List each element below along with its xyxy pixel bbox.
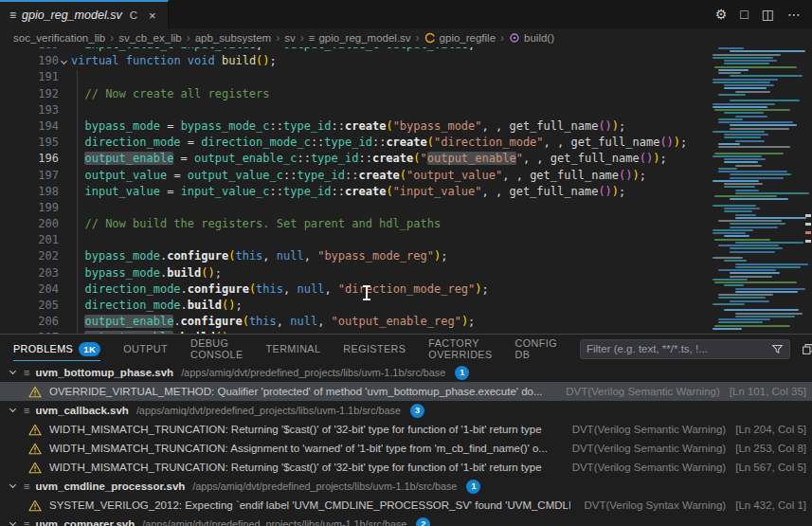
tab-close-icon[interactable]: × bbox=[147, 9, 158, 23]
problem-row[interactable]: OVERRIDE_VIRTUAL_METHOD: Qualifier 'prot… bbox=[0, 382, 812, 401]
minimap-line bbox=[735, 116, 767, 118]
problem-row[interactable]: SYSTEM_VERILOG_2012: Expecting `endif la… bbox=[0, 496, 812, 515]
filter-input[interactable] bbox=[586, 343, 771, 354]
minimap-line bbox=[724, 284, 744, 286]
code-line[interactable]: 204 direction_mode.configure(this, null,… bbox=[0, 281, 709, 298]
line-number[interactable]: 190 bbox=[0, 53, 59, 69]
code-text: direction_mode.configure(this, null, "di… bbox=[71, 281, 709, 298]
minimap-line bbox=[730, 227, 778, 228]
line-number[interactable]: 199 bbox=[0, 200, 59, 216]
overview-ruler[interactable] bbox=[803, 47, 812, 334]
problems-count-badge: 1K bbox=[79, 342, 100, 356]
line-number[interactable]: 205 bbox=[0, 298, 59, 314]
tab-git-status-letter: C bbox=[130, 9, 137, 21]
breadcrumb-item-sv[interactable]: sv bbox=[284, 32, 296, 44]
problem-row[interactable]: WIDTH_MISMATCH_TRUNCATION: Returning '$c… bbox=[0, 420, 812, 439]
minimap-line bbox=[718, 118, 743, 120]
breadcrumb-label: soc_verification_lib bbox=[13, 32, 105, 44]
code-line[interactable]: 190virtual function void build(); bbox=[0, 53, 709, 69]
breadcrumb-item-soc-verification-lib[interactable]: soc_verification_lib bbox=[13, 32, 105, 44]
line-number[interactable]: 198 bbox=[0, 184, 59, 200]
line-number[interactable]: 201 bbox=[0, 232, 59, 248]
panel-tab-debug-console[interactable]: DEBUG CONSOLE bbox=[190, 335, 244, 363]
panel-tab-registers[interactable]: REGISTERS bbox=[343, 335, 406, 363]
line-number[interactable]: 192 bbox=[0, 86, 59, 102]
tab-gpio-reg-model[interactable]: ≡ gpio_reg_model.sv C × bbox=[0, 0, 169, 28]
code-line[interactable]: 197 output_value = output_value_c::type_… bbox=[0, 168, 709, 184]
line-number[interactable]: 193 bbox=[0, 102, 59, 118]
panel-tab-factory-overrides[interactable]: FACTORY OVERRIDES bbox=[428, 335, 492, 363]
chevron-down-icon[interactable] bbox=[9, 369, 18, 377]
chevron-down-icon[interactable] bbox=[9, 520, 18, 526]
code-line[interactable]: 203 bypass_mode.build(); bbox=[0, 265, 709, 281]
code-line[interactable]: 200 // Now build the registers. Set pare… bbox=[0, 216, 709, 232]
code-line[interactable]: 201 bbox=[0, 232, 709, 248]
line-number[interactable]: 197 bbox=[0, 168, 59, 184]
code-line[interactable]: 205 direction_mode.build(); bbox=[0, 298, 709, 314]
problem-row[interactable]: WIDTH_MISMATCH_TRUNCATION: Returning '$c… bbox=[0, 458, 812, 477]
line-number[interactable]: 206 bbox=[0, 314, 59, 330]
minimap-line bbox=[724, 260, 747, 262]
panel-tab-output[interactable]: OUTPUT bbox=[123, 335, 168, 363]
problem-file-row[interactable]: ≡uvm_cmdline_processor.svh/apps/amiq/dvt… bbox=[0, 477, 812, 496]
problem-file-row[interactable]: ≡uvm_callback.svh/apps/amiq/dvt/predefin… bbox=[0, 401, 812, 420]
line-number[interactable]: 203 bbox=[0, 265, 59, 281]
code-text: output_value = output_value_c::type_id::… bbox=[71, 168, 709, 184]
duplicate-panel-icon[interactable] bbox=[802, 343, 812, 355]
minimap[interactable] bbox=[709, 47, 803, 334]
minimap-line bbox=[718, 72, 741, 74]
line-number[interactable]: 196 bbox=[0, 151, 59, 167]
panel-tab-label: CONFIG DB bbox=[515, 337, 557, 360]
layout-icon[interactable]: □ bbox=[740, 8, 748, 21]
line-number[interactable]: 204 bbox=[0, 281, 59, 298]
minimap-line bbox=[730, 276, 772, 278]
settings-gear-icon[interactable]: ⚙ bbox=[715, 8, 728, 21]
code-line[interactable]: 194 bypass_mode = bypass_mode_c::type_id… bbox=[0, 118, 709, 135]
code-line[interactable]: 199 bbox=[0, 200, 709, 216]
line-number[interactable]: 194 bbox=[0, 118, 59, 135]
problem-row[interactable]: WIDTH_MISMATCH_TRUNCATION: Assignment to… bbox=[0, 439, 812, 458]
code-lines[interactable]: 189 input_value_c input_value; output_va… bbox=[0, 47, 709, 334]
breadcrumb-label: build() bbox=[524, 32, 554, 44]
breadcrumb-item-sv-cb-ex-lib[interactable]: sv_cb_ex_lib bbox=[118, 32, 181, 44]
breadcrumb-item-apb-subsystem[interactable]: apb_subsystem bbox=[195, 32, 272, 44]
breadcrumb-item-gpio-reg-model-sv[interactable]: ≡gpio_reg_model.sv bbox=[309, 32, 411, 44]
scroll-mark bbox=[805, 214, 811, 217]
problem-file-path: /apps/amiq/dvt/predefined_projects/libs/… bbox=[192, 481, 457, 492]
code-line[interactable]: 202 bypass_mode.configure(this, null, "b… bbox=[0, 248, 709, 264]
code-line[interactable]: 191 bbox=[0, 69, 709, 85]
fold-chevron-icon[interactable] bbox=[59, 53, 71, 69]
problem-file-row[interactable]: ≡uvm_comparer.svh/apps/amiq/dvt/predefin… bbox=[0, 515, 812, 526]
code-line[interactable]: 198 input_value = input_value_c::type_id… bbox=[0, 184, 709, 200]
code-line[interactable]: 192 // Now create all registers bbox=[0, 86, 709, 102]
panel-tab-config-db[interactable]: CONFIG DB bbox=[515, 335, 557, 363]
more-actions-icon[interactable]: ⋯ bbox=[787, 8, 801, 21]
code-line[interactable]: 193 bbox=[0, 102, 709, 118]
line-number[interactable]: 202 bbox=[0, 248, 59, 264]
line-number[interactable]: 200 bbox=[0, 216, 59, 232]
problem-file-row[interactable]: ≡uvm_bottomup_phase.svh/apps/amiq/dvt/pr… bbox=[0, 363, 812, 382]
line-number[interactable]: 195 bbox=[0, 135, 59, 151]
panel-tab-terminal[interactable]: TERMINAL bbox=[266, 335, 321, 363]
breadcrumb-item-build[interactable]: build() bbox=[509, 32, 554, 44]
line-number[interactable]: 191 bbox=[0, 69, 59, 85]
breadcrumb-separator-icon: › bbox=[416, 31, 420, 45]
minimap-line bbox=[735, 291, 798, 293]
code-line[interactable]: 206 output_enable.configure(this, null, … bbox=[0, 314, 709, 330]
problem-source: DVT(Verilog Semantic Warning) bbox=[559, 443, 727, 454]
minimap-line bbox=[713, 279, 748, 281]
chevron-down-icon[interactable] bbox=[9, 407, 18, 415]
file-icon: ≡ bbox=[9, 9, 16, 22]
minimap-line bbox=[718, 168, 737, 170]
minimap-line bbox=[718, 321, 763, 323]
minimap-line bbox=[714, 109, 790, 111]
fold-gutter bbox=[59, 151, 71, 167]
panel-tab-problems[interactable]: PROBLEMS1K bbox=[13, 335, 100, 363]
problems-filter[interactable] bbox=[580, 339, 790, 359]
code-line[interactable]: 195 direction_mode = direction_mode_c::t… bbox=[0, 135, 709, 151]
code-editor[interactable]: 189 input_value_c input_value; output_va… bbox=[0, 47, 812, 334]
code-line[interactable]: 196 output_enable = output_enable_c::typ… bbox=[0, 151, 709, 167]
split-editor-icon[interactable]: ◫ bbox=[762, 8, 774, 21]
chevron-down-icon[interactable] bbox=[9, 482, 18, 491]
breadcrumb-item-gpio-regfile[interactable]: gpio_regfile bbox=[424, 32, 496, 44]
